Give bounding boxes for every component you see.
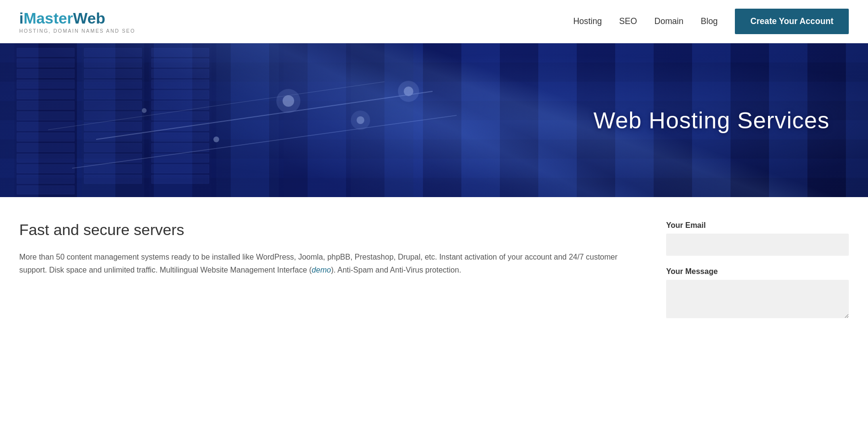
message-label: Your Message	[666, 267, 849, 276]
demo-link[interactable]: demo	[312, 266, 331, 274]
message-input[interactable]	[666, 280, 849, 318]
email-label: Your Email	[666, 221, 849, 230]
nav-domain[interactable]: Domain	[654, 16, 683, 26]
contact-form: Your Email Your Message	[666, 221, 849, 332]
logo[interactable]: iMasterWeb HOSTING, DOMAIN NAMES AND SEO	[19, 10, 136, 34]
section-body: More than 50 content management systems …	[19, 250, 637, 276]
content-area: Fast and secure servers More than 50 con…	[0, 197, 868, 351]
hero-banner: Web Hosting Services	[0, 43, 868, 197]
create-account-button[interactable]: Create Your Account	[735, 9, 849, 34]
body-text-end: ). Anti-Spam and Anti-Virus protection.	[331, 266, 461, 274]
hero-title: Web Hosting Services	[594, 107, 868, 134]
message-form-group: Your Message	[666, 267, 849, 320]
email-form-group: Your Email	[666, 221, 849, 256]
section-heading: Fast and secure servers	[19, 221, 637, 239]
logo-subtitle: HOSTING, DOMAIN NAMES AND SEO	[19, 28, 136, 34]
nav-blog[interactable]: Blog	[701, 16, 718, 26]
email-input[interactable]	[666, 234, 849, 256]
nav-seo[interactable]: SEO	[619, 16, 637, 26]
main-text-section: Fast and secure servers More than 50 con…	[19, 221, 637, 332]
nav-hosting[interactable]: Hosting	[573, 16, 602, 26]
main-nav: Hosting SEO Domain Blog Create Your Acco…	[573, 9, 849, 34]
header: iMasterWeb HOSTING, DOMAIN NAMES AND SEO…	[0, 0, 868, 43]
logo-title: iMasterWeb	[19, 10, 136, 27]
